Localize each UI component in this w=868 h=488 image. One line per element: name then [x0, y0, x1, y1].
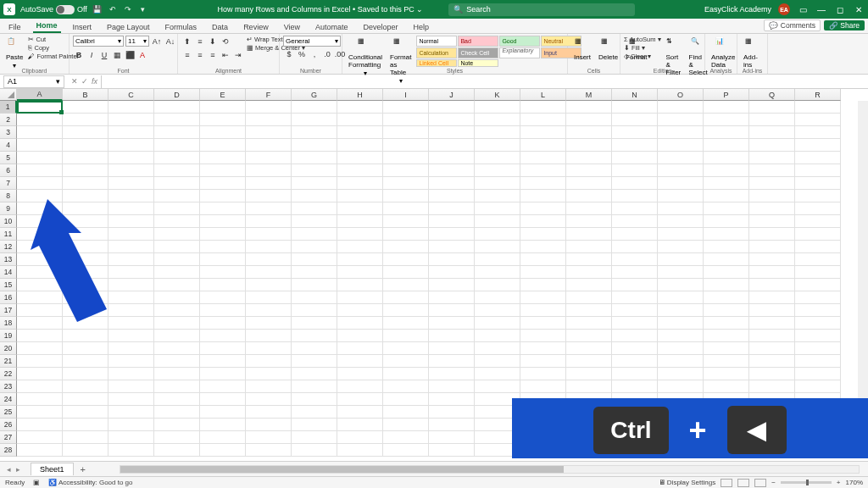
cell[interactable] [246, 190, 292, 202]
cell[interactable] [566, 342, 612, 355]
cell[interactable] [704, 101, 749, 114]
align-right-icon[interactable]: ≡ [207, 49, 219, 61]
cell[interactable] [795, 241, 841, 253]
cell[interactable] [108, 380, 154, 393]
cell[interactable] [337, 114, 383, 126]
cell[interactable] [704, 342, 749, 355]
cell[interactable] [749, 190, 795, 202]
row-header[interactable]: 15 [0, 279, 17, 291]
cell[interactable] [200, 317, 246, 330]
cell[interactable] [154, 215, 200, 228]
cell[interactable] [154, 444, 200, 457]
cell[interactable] [292, 342, 337, 355]
cell[interactable] [795, 253, 841, 266]
cell[interactable] [383, 317, 429, 330]
cell[interactable] [612, 190, 658, 202]
cell[interactable] [749, 139, 795, 152]
cell[interactable] [63, 177, 108, 190]
cell[interactable] [292, 330, 337, 342]
cell[interactable] [566, 330, 612, 342]
close-icon[interactable]: ✕ [853, 3, 865, 15]
currency-icon[interactable]: $ [283, 48, 295, 60]
cell[interactable] [108, 291, 154, 304]
cell[interactable] [246, 139, 292, 152]
cell[interactable] [704, 126, 749, 139]
cell[interactable] [795, 114, 841, 126]
cell[interactable] [337, 304, 383, 317]
cell[interactable] [749, 126, 795, 139]
cell[interactable] [612, 202, 658, 215]
cell[interactable] [520, 330, 566, 342]
cell[interactable] [200, 291, 246, 304]
cell[interactable] [658, 139, 704, 152]
cell[interactable] [154, 152, 200, 164]
cell[interactable] [749, 317, 795, 330]
cell[interactable] [200, 393, 246, 406]
column-header[interactable]: F [246, 89, 292, 101]
cell[interactable] [108, 228, 154, 241]
cell[interactable] [429, 330, 475, 342]
cell[interactable] [612, 279, 658, 291]
indent-inc-icon[interactable]: ⇥ [232, 49, 244, 61]
cell[interactable] [383, 164, 429, 177]
cell[interactable] [154, 241, 200, 253]
select-all-button[interactable] [0, 89, 17, 101]
cell[interactable] [292, 431, 337, 444]
cell[interactable] [246, 177, 292, 190]
cell[interactable] [154, 431, 200, 444]
cell[interactable] [658, 342, 704, 355]
cell[interactable] [795, 279, 841, 291]
clear-button[interactable]: ◇ Clear ▾ [624, 53, 661, 60]
cell[interactable] [612, 317, 658, 330]
cell[interactable] [475, 253, 520, 266]
cell[interactable] [704, 368, 749, 380]
cell[interactable] [658, 164, 704, 177]
cell[interactable] [704, 291, 749, 304]
cell[interactable] [200, 368, 246, 380]
cell[interactable] [17, 202, 63, 215]
cell[interactable] [154, 164, 200, 177]
cell[interactable] [520, 126, 566, 139]
cell[interactable] [383, 291, 429, 304]
cell[interactable] [566, 126, 612, 139]
page-layout-view-icon[interactable] [737, 479, 749, 487]
cell[interactable] [795, 330, 841, 342]
cell[interactable] [246, 431, 292, 444]
cell[interactable] [566, 152, 612, 164]
cell[interactable] [108, 279, 154, 291]
cell[interactable] [246, 164, 292, 177]
cell[interactable] [108, 101, 154, 114]
cell[interactable] [566, 291, 612, 304]
column-header[interactable]: Q [749, 89, 795, 101]
format-as-table-button[interactable]: ▦Format as Table▾ [387, 36, 414, 86]
cell[interactable] [566, 253, 612, 266]
cell[interactable] [108, 139, 154, 152]
cell-styles-gallery[interactable]: Normal Bad Good Neutral Calculation Chec… [416, 36, 581, 67]
column-header[interactable]: L [520, 89, 566, 101]
cell[interactable] [475, 279, 520, 291]
cell[interactable] [383, 431, 429, 444]
cell[interactable] [612, 228, 658, 241]
column-header[interactable]: N [612, 89, 658, 101]
cell[interactable] [108, 304, 154, 317]
decrease-font-icon[interactable]: A↓ [164, 36, 176, 47]
cell[interactable] [566, 114, 612, 126]
cell[interactable] [154, 342, 200, 355]
cell[interactable] [520, 355, 566, 368]
cell[interactable] [17, 380, 63, 393]
cell[interactable] [246, 380, 292, 393]
column-header[interactable]: E [200, 89, 246, 101]
cell[interactable] [292, 317, 337, 330]
cell[interactable] [337, 406, 383, 419]
cell[interactable] [658, 291, 704, 304]
number-format-select[interactable]: General▾ [283, 36, 341, 47]
cell[interactable] [429, 241, 475, 253]
cell[interactable] [704, 279, 749, 291]
cell[interactable] [429, 304, 475, 317]
cell[interactable] [337, 291, 383, 304]
avatar[interactable]: EA [778, 3, 790, 15]
tab-formulas[interactable]: Formulas [162, 21, 201, 33]
cell[interactable] [246, 291, 292, 304]
row-header[interactable]: 18 [0, 317, 17, 330]
cell[interactable] [475, 342, 520, 355]
